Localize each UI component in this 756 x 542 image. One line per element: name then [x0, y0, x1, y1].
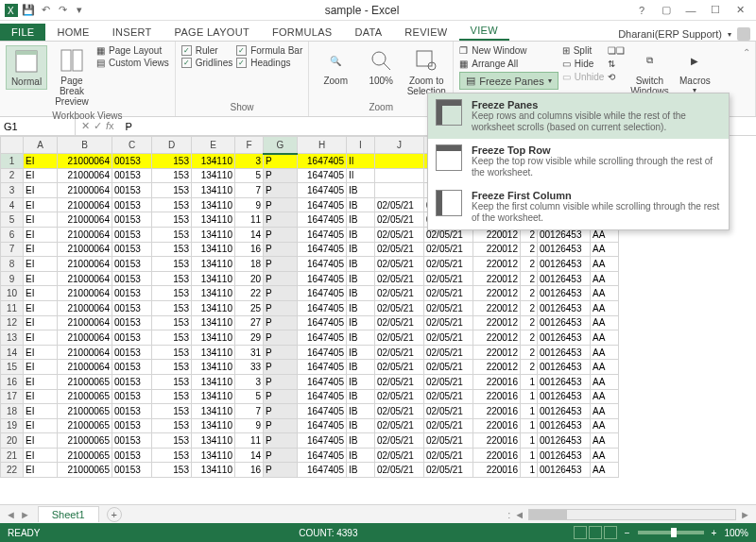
cell[interactable]: 02/05/21	[375, 286, 424, 301]
cell[interactable]: 153	[152, 463, 192, 478]
cell[interactable]: 00126453	[538, 257, 591, 272]
cell[interactable]: 02/05/21	[424, 374, 473, 389]
tab-formulas[interactable]: FORMULAS	[261, 24, 344, 41]
cell[interactable]: 1	[521, 418, 538, 433]
cell[interactable]: 21000064	[58, 315, 112, 330]
row-header[interactable]: 14	[1, 345, 24, 360]
cell[interactable]: 134110	[192, 257, 235, 272]
cell[interactable]: 11	[235, 212, 264, 228]
tab-home[interactable]: HOME	[45, 24, 100, 41]
cell[interactable]: 02/05/21	[375, 197, 424, 212]
cell[interactable]: 21000064	[58, 300, 112, 315]
cell[interactable]: 21000064	[58, 197, 112, 212]
cell[interactable]: 134110	[192, 242, 235, 257]
column-header[interactable]: B	[58, 137, 112, 154]
cell[interactable]: 21000064	[58, 345, 112, 360]
row-header[interactable]: 9	[1, 271, 24, 286]
cell[interactable]: 00126453	[538, 463, 591, 478]
row-header[interactable]: 11	[1, 300, 24, 315]
cell[interactable]: 18	[235, 257, 264, 272]
cell[interactable]	[375, 154, 424, 169]
row-header[interactable]: 16	[1, 374, 24, 389]
cell[interactable]: P	[264, 463, 298, 478]
cell[interactable]: 21000065	[58, 389, 112, 404]
cell[interactable]: P	[264, 389, 298, 404]
cell[interactable]: 220012	[473, 242, 521, 257]
page-break-status-icon[interactable]	[604, 526, 617, 539]
cell[interactable]: 00126453	[538, 389, 591, 404]
cell[interactable]: EI	[24, 154, 58, 169]
cell[interactable]: 220012	[473, 257, 521, 272]
cell[interactable]: 134110	[192, 227, 235, 242]
cell[interactable]: 153	[152, 154, 192, 169]
cell[interactable]: 153	[152, 286, 192, 301]
cell[interactable]: 02/05/21	[424, 433, 473, 449]
cell[interactable]: 02/05/21	[375, 404, 424, 419]
cell[interactable]: 1647405	[298, 183, 347, 198]
cell[interactable]: 1647405	[298, 315, 347, 330]
zoom-100-button[interactable]: 100%	[360, 45, 402, 88]
cell[interactable]: 5	[235, 168, 264, 183]
cell[interactable]: 220012	[473, 271, 521, 286]
save-icon[interactable]: 💾	[21, 3, 36, 18]
tab-insert[interactable]: INSERT	[101, 24, 163, 41]
cell[interactable]: P	[264, 271, 298, 286]
cell[interactable]: 02/05/21	[375, 345, 424, 360]
tab-page-layout[interactable]: PAGE LAYOUT	[163, 24, 261, 41]
cell[interactable]: P	[264, 242, 298, 257]
cell[interactable]: 00153	[112, 418, 152, 433]
cell[interactable]: 00153	[112, 168, 152, 183]
cell[interactable]: 134110	[192, 433, 235, 449]
zoom-slider[interactable]	[638, 531, 704, 534]
cell[interactable]: P	[264, 315, 298, 330]
row-header[interactable]: 18	[1, 404, 24, 419]
help-icon[interactable]: ?	[633, 2, 650, 19]
row-header[interactable]: 10	[1, 286, 24, 301]
cell[interactable]: II	[347, 168, 375, 183]
cell[interactable]: 02/05/21	[375, 463, 424, 478]
sheet-nav-next-icon[interactable]: ►	[20, 509, 30, 520]
row-header[interactable]: 19	[1, 418, 24, 433]
cell[interactable]: 2	[521, 345, 538, 360]
cell[interactable]: 27	[235, 315, 264, 330]
zoom-out-icon[interactable]: −	[625, 528, 630, 538]
cell[interactable]: 220016	[473, 404, 521, 419]
cell[interactable]: EI	[24, 418, 58, 433]
cell[interactable]: 02/05/21	[375, 300, 424, 315]
cell[interactable]: AA	[591, 345, 619, 360]
close-icon[interactable]: ✕	[731, 2, 748, 19]
sync-scroll-button[interactable]: ⇅	[608, 59, 625, 69]
split-button[interactable]: ⊞Split	[562, 45, 605, 56]
cell[interactable]: 5	[235, 389, 264, 404]
cell[interactable]: 00126453	[538, 418, 591, 433]
cell[interactable]: 00153	[112, 448, 152, 463]
cell[interactable]: 20	[235, 271, 264, 286]
cell[interactable]: 7	[235, 404, 264, 419]
cell[interactable]: 21000064	[58, 271, 112, 286]
cell[interactable]: 02/05/21	[424, 463, 473, 478]
cell[interactable]: IB	[347, 418, 375, 433]
cell[interactable]: 00126453	[538, 360, 591, 375]
cell[interactable]: AA	[591, 242, 619, 257]
cell[interactable]: 21000064	[58, 286, 112, 301]
cell[interactable]: 00153	[112, 463, 152, 478]
cell[interactable]: 1	[521, 374, 538, 389]
collapse-ribbon-icon[interactable]: ⌃	[743, 47, 750, 58]
cell[interactable]: 134110	[192, 330, 235, 346]
cell[interactable]: 1647405	[298, 242, 347, 257]
cell[interactable]: 21000064	[58, 168, 112, 183]
cell[interactable]: 134110	[192, 168, 235, 183]
cell[interactable]: P	[264, 154, 298, 169]
cell[interactable]: IB	[347, 433, 375, 449]
scroll-right-icon[interactable]: ►	[740, 509, 750, 520]
view-side-by-side-button[interactable]: ❏❏	[608, 45, 625, 56]
cell[interactable]: EI	[24, 404, 58, 419]
cell[interactable]: 22	[235, 286, 264, 301]
cell[interactable]: 00153	[112, 183, 152, 198]
cell[interactable]: 02/05/21	[375, 433, 424, 449]
cell[interactable]: 153	[152, 389, 192, 404]
cell[interactable]: 220012	[473, 345, 521, 360]
row-header[interactable]: 17	[1, 389, 24, 404]
cell[interactable]: 1647405	[298, 389, 347, 404]
cell[interactable]: EI	[24, 271, 58, 286]
